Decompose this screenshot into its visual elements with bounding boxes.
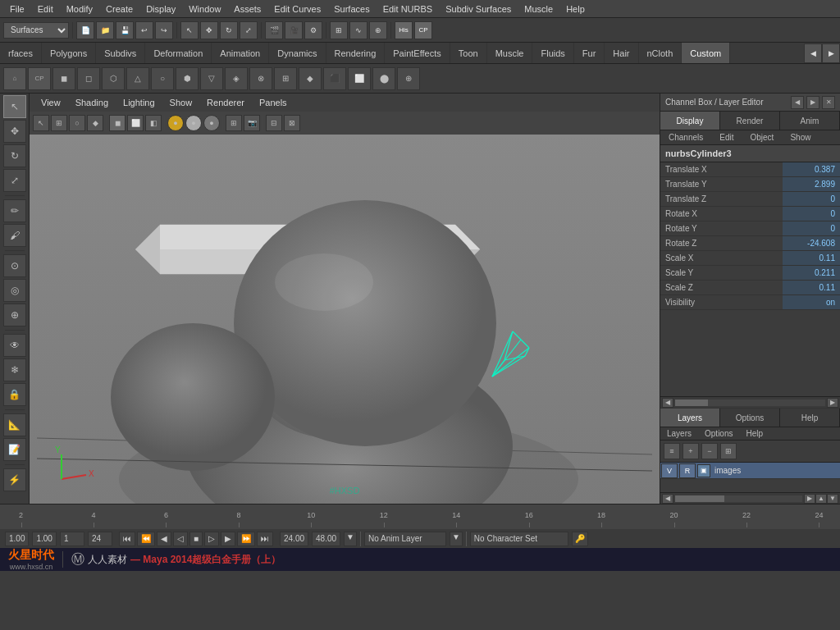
channel-value-4[interactable]: 0 <box>783 221 840 235</box>
shelf-icon-14[interactable]: ⬤ <box>372 67 395 90</box>
cb-menu-object[interactable]: Object <box>742 130 783 144</box>
layer-opt-1[interactable]: Layers <box>660 427 698 440</box>
shelf-icon-13[interactable]: ⬜ <box>348 67 371 90</box>
shelf-tab-animation[interactable]: Animation <box>212 43 269 63</box>
move-btn[interactable]: ✥ <box>200 21 218 39</box>
layer-r-btn[interactable]: R <box>679 463 696 478</box>
channel-value-8[interactable]: 0.11 <box>783 281 840 294</box>
vp-xray-btn[interactable]: ◧ <box>145 115 162 131</box>
shelf-icon-11[interactable]: ◆ <box>299 67 322 90</box>
menu-edit[interactable]: Edit <box>31 2 60 16</box>
scale-btn[interactable]: ⤢ <box>240 21 258 39</box>
menu-window[interactable]: Window <box>182 2 227 16</box>
ipr-btn[interactable]: 🎥 <box>285 21 303 39</box>
shelf-tab-polygons[interactable]: Polygons <box>42 43 96 63</box>
channel-value-3[interactable]: 0 <box>783 207 840 221</box>
vp-light1-btn[interactable]: ● <box>167 115 184 131</box>
time-dropdown[interactable]: ▼ <box>344 532 357 546</box>
redo-btn[interactable]: ↪ <box>155 21 173 39</box>
shelf-icon-6[interactable]: ⬢ <box>176 67 199 90</box>
shelf-home-icon[interactable]: ⌂ <box>3 67 26 90</box>
vp-object-btn[interactable]: ○ <box>69 115 85 131</box>
save-btn[interactable]: 💾 <box>116 21 134 39</box>
range-start-field[interactable]: 1.00 <box>32 532 56 546</box>
vp-hierarchy-btn[interactable]: ⊞ <box>51 115 67 131</box>
scroll-track[interactable] <box>675 399 825 406</box>
menu-muscle[interactable]: Muscle <box>518 2 559 16</box>
new-scene-btn[interactable]: 📄 <box>76 21 94 39</box>
goto-start-btn[interactable]: ⏮ <box>119 532 135 546</box>
shelf-icon-15[interactable]: ⊕ <box>397 67 420 90</box>
layer-v-btn[interactable]: V <box>661 463 678 478</box>
cb-tab-render[interactable]: Render <box>720 112 780 130</box>
move-tool[interactable]: ✥ <box>3 120 26 143</box>
soft-select[interactable]: ◎ <box>3 279 26 302</box>
char-set-icon[interactable]: 🔑 <box>572 532 588 546</box>
snap-point-btn[interactable]: ⊕ <box>369 21 387 39</box>
vp-select-btn[interactable]: ↖ <box>33 115 49 131</box>
layer-icon-1[interactable]: ≡ <box>664 443 680 459</box>
snap-tool[interactable]: ⊕ <box>3 304 26 326</box>
channel-value-6[interactable]: 0.11 <box>783 251 840 265</box>
channel-value-1[interactable]: 2.899 <box>783 177 840 191</box>
cb-icon-1[interactable]: ◀ <box>791 96 804 109</box>
shelf-icon-10[interactable]: ⊞ <box>274 67 297 90</box>
anim-dropdown[interactable]: ▼ <box>450 532 463 546</box>
timeline-ruler[interactable]: 24681012141618202224 <box>0 504 840 529</box>
next-key-btn[interactable]: ⏩ <box>237 532 255 546</box>
cb-menu-channels[interactable]: Channels <box>660 130 711 144</box>
shelf-tab-surfaces[interactable]: rfaces <box>0 43 42 63</box>
vp-isolate-btn[interactable]: ⊠ <box>284 115 300 131</box>
layer-icon-2[interactable]: + <box>682 443 699 459</box>
vp-menu-shading[interactable]: Shading <box>69 96 115 109</box>
annotation-tool[interactable]: 📝 <box>3 438 26 461</box>
shelf-icon-7[interactable]: ▽ <box>200 67 223 90</box>
menu-edit-nurbs[interactable]: Edit NURBS <box>377 2 440 16</box>
history-btn[interactable]: His <box>395 21 413 39</box>
shelf-tab-ncloth[interactable]: nCloth <box>639 43 682 63</box>
scale-tool[interactable]: ⤢ <box>3 169 26 192</box>
shelf-tab-subdivs[interactable]: Subdivs <box>96 43 145 63</box>
paint-tool[interactable]: 🖌 <box>3 224 26 247</box>
layer-tab-options[interactable]: Options <box>720 409 780 427</box>
next-frame-btn[interactable]: ▶ <box>221 532 235 546</box>
measure-tool[interactable]: 📐 <box>3 413 26 436</box>
rotate-btn[interactable]: ↻ <box>220 21 238 39</box>
cb-tab-anim[interactable]: Anim <box>780 112 840 130</box>
vp-light2-btn[interactable]: ● <box>185 115 202 131</box>
vp-menu-lighting[interactable]: Lighting <box>116 96 162 109</box>
vp-menu-renderer[interactable]: Renderer <box>200 96 251 109</box>
shelf-icon-3[interactable]: ⬡ <box>102 67 125 90</box>
vp-grid-btn[interactable]: ⊞ <box>226 115 242 131</box>
goto-end-btn[interactable]: ⏭ <box>257 532 273 546</box>
cb-icon-2[interactable]: ▶ <box>806 96 819 109</box>
open-btn[interactable]: 📁 <box>96 21 114 39</box>
mode-dropdown[interactable]: Surfaces Polygons Animation <box>3 22 69 39</box>
shelf-tab-toon[interactable]: Toon <box>450 43 487 63</box>
key-field[interactable]: 1 <box>60 532 84 546</box>
shelf-cp-icon[interactable]: CP <box>28 67 51 90</box>
prev-key-btn[interactable]: ⏪ <box>137 532 155 546</box>
layer-icon-3[interactable]: − <box>701 443 718 459</box>
vp-wire-btn[interactable]: ⬜ <box>127 115 144 131</box>
layer-opt-3[interactable]: Help <box>739 427 769 440</box>
shelf-icon-2[interactable]: ◻ <box>77 67 100 90</box>
menu-create[interactable]: Create <box>99 2 139 16</box>
cb-menu-show[interactable]: Show <box>782 130 819 144</box>
freeze-tool[interactable]: ❄ <box>3 358 26 381</box>
menu-modify[interactable]: Modify <box>60 2 99 16</box>
layer-scroll-down[interactable]: ▼ <box>827 494 838 504</box>
layer-icon-4[interactable]: ⊞ <box>720 443 737 459</box>
time-current-field[interactable]: 24.00 <box>280 532 308 546</box>
menu-surfaces[interactable]: Surfaces <box>327 2 376 16</box>
vp-menu-view[interactable]: View <box>34 96 67 109</box>
shelf-nav-left[interactable]: ◀ <box>804 43 822 63</box>
cb-tab-display[interactable]: Display <box>660 112 720 130</box>
layer-scroll-left[interactable]: ◀ <box>662 494 673 504</box>
current-frame-field[interactable]: 1.00 <box>5 532 29 546</box>
shelf-icon-4[interactable]: △ <box>126 67 149 90</box>
play-fwd-btn[interactable]: ▷ <box>204 532 219 546</box>
cp-btn[interactable]: CP <box>414 21 432 39</box>
menu-edit-curves[interactable]: Edit Curves <box>267 2 327 16</box>
shelf-icon-9[interactable]: ⊗ <box>249 67 272 90</box>
